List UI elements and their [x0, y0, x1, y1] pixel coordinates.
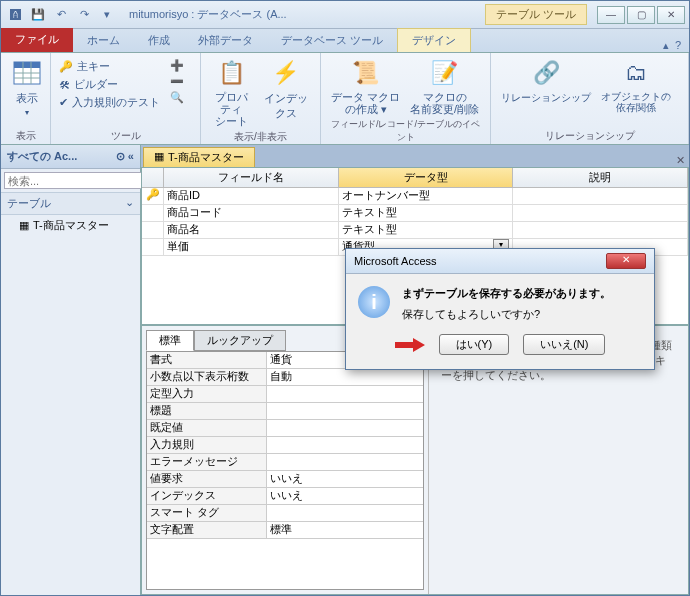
ribbon-minimize-icon[interactable]: ▴	[663, 39, 669, 52]
table-row[interactable]: 商品コード テキスト型	[142, 205, 688, 222]
svg-marker-6	[395, 338, 425, 352]
property-value[interactable]: 自動	[267, 369, 423, 385]
col-description[interactable]: 説明	[513, 168, 688, 187]
property-row[interactable]: 定型入力	[147, 386, 423, 403]
row-selector[interactable]	[142, 239, 164, 255]
dialog-body: i まずテーブルを保存する必要があります。 保存してもよろしいですか?	[346, 274, 654, 326]
property-name: スマート タグ	[147, 505, 267, 521]
ribbon-tab-strip: ファイル ホーム 作成 外部データ データベース ツール デザイン ▴ ?	[1, 29, 689, 53]
doc-tab-bar: ▦ T-商品マスター ✕	[141, 145, 689, 167]
property-value[interactable]: いいえ	[267, 471, 423, 487]
property-row[interactable]: 値要求いいえ	[147, 471, 423, 488]
macro-icon: 📜	[350, 57, 382, 89]
property-name: 小数点以下表示桁数	[147, 369, 267, 385]
key-icon: 🔑	[146, 188, 160, 200]
property-row[interactable]: 既定値	[147, 420, 423, 437]
doc-close-icon[interactable]: ✕	[676, 154, 689, 167]
dialog-buttons: はい(Y) いいえ(N)	[346, 326, 654, 369]
property-row[interactable]: 文字配置標準	[147, 522, 423, 539]
nav-group-tables[interactable]: テーブル ⌄	[1, 193, 140, 215]
col-fieldname[interactable]: フィールド名	[164, 168, 339, 187]
rename-macro-button[interactable]: 📝 マクロの 名前変更/削除	[406, 55, 483, 117]
tab-lookup[interactable]: ルックアップ	[194, 330, 286, 351]
redo-icon[interactable]: ↷	[74, 5, 94, 25]
delete-rows-icon[interactable]: ➖	[168, 74, 186, 89]
relationships-button[interactable]: 🔗 リレーションシップ	[497, 55, 595, 107]
property-value[interactable]	[267, 420, 423, 436]
property-name: 入力規則	[147, 437, 267, 453]
property-value[interactable]	[267, 403, 423, 419]
index-icon: ⚡	[270, 57, 302, 89]
tab-create[interactable]: 作成	[134, 29, 184, 52]
no-button[interactable]: いいえ(N)	[523, 334, 605, 355]
grid-header: フィールド名 データ型 説明	[142, 168, 688, 188]
dependencies-button[interactable]: 🗂 オブジェクトの 依存関係	[597, 55, 675, 115]
help-icon[interactable]: ?	[675, 39, 681, 52]
modify-lookups-icon[interactable]: 🔍	[168, 90, 186, 105]
property-row[interactable]: インデックスいいえ	[147, 488, 423, 505]
property-name: 文字配置	[147, 522, 267, 538]
property-value[interactable]	[267, 454, 423, 470]
tab-general[interactable]: 標準	[146, 330, 194, 351]
primary-key-button[interactable]: 🔑主キー	[57, 58, 162, 75]
file-tab[interactable]: ファイル	[1, 28, 73, 52]
property-value[interactable]: 標準	[267, 522, 423, 538]
contextual-tab-label: テーブル ツール	[485, 4, 587, 25]
save-icon[interactable]: 💾	[28, 5, 48, 25]
nav-item-table[interactable]: ▦ T-商品マスター	[1, 215, 140, 236]
rel-group-label: リレーションシップ	[497, 128, 682, 144]
title-bar: 🅰 💾 ↶ ↷ ▾ mitumorisyo : データベース (A... テーブ…	[1, 1, 689, 29]
rename-icon: 📝	[429, 57, 461, 89]
close-icon[interactable]: ✕	[606, 253, 646, 269]
property-value[interactable]	[267, 386, 423, 402]
minimize-button[interactable]: —	[597, 6, 625, 24]
insert-rows-icon[interactable]: ➕	[168, 58, 186, 73]
property-row[interactable]: 標題	[147, 403, 423, 420]
key-icon: 🔑	[59, 60, 73, 73]
row-selector[interactable]	[142, 222, 164, 238]
table-row[interactable]: 商品名 テキスト型	[142, 222, 688, 239]
property-table: 書式通貨小数点以下表示桁数自動定型入力標題既定値入力規則エラーメッセージ値要求い…	[146, 351, 424, 590]
datasheet-icon	[11, 57, 43, 89]
property-row[interactable]: エラーメッセージ	[147, 454, 423, 471]
property-row[interactable]: 小数点以下表示桁数自動	[147, 369, 423, 386]
row-selector[interactable]: 🔑	[142, 188, 164, 204]
col-datatype[interactable]: データ型	[339, 168, 514, 187]
showhide-group-label: 表示/非表示	[207, 129, 314, 145]
qat-dropdown-icon[interactable]: ▾	[97, 5, 117, 25]
property-value[interactable]	[267, 437, 423, 453]
tab-external[interactable]: 外部データ	[184, 29, 267, 52]
dialog-message-main: まずテーブルを保存する必要があります。	[402, 286, 611, 301]
property-row[interactable]: 入力規則	[147, 437, 423, 454]
builder-button[interactable]: 🛠ビルダー	[57, 76, 162, 93]
undo-icon[interactable]: ↶	[51, 5, 71, 25]
close-button[interactable]: ✕	[657, 6, 685, 24]
search-input[interactable]	[4, 172, 150, 189]
row-selector[interactable]	[142, 205, 164, 221]
table-row[interactable]: 🔑 商品ID オートナンバー型	[142, 188, 688, 205]
indexes-button[interactable]: ⚡ インデックス	[257, 55, 314, 123]
doc-tab[interactable]: ▦ T-商品マスター	[143, 147, 255, 167]
yes-button[interactable]: はい(Y)	[439, 334, 510, 355]
maximize-button[interactable]: ▢	[627, 6, 655, 24]
view-button[interactable]: 表示 ▾	[7, 55, 47, 119]
chevron-down-icon: ▾	[25, 108, 29, 117]
tab-dbtools[interactable]: データベース ツール	[267, 29, 397, 52]
property-name: 標題	[147, 403, 267, 419]
ribbon-help: ▴ ?	[663, 39, 689, 52]
property-icon: 📋	[215, 57, 247, 89]
table-icon: ▦	[19, 219, 29, 232]
view-group-label: 表示	[7, 128, 44, 144]
tab-design[interactable]: デザイン	[397, 28, 471, 52]
property-name: 既定値	[147, 420, 267, 436]
create-macro-button[interactable]: 📜 データ マクロ の作成 ▾	[327, 55, 404, 117]
tab-home[interactable]: ホーム	[73, 29, 134, 52]
property-value[interactable]	[267, 505, 423, 521]
validation-button[interactable]: ✔入力規則のテスト	[57, 94, 162, 111]
property-sheet-button[interactable]: 📋 プロパティ シート	[207, 55, 255, 129]
navigation-pane: すべての Ac... ⊙ « 🔍 テーブル ⌄ ▦ T-商品マスター	[1, 145, 141, 595]
property-name: 書式	[147, 352, 267, 368]
property-row[interactable]: スマート タグ	[147, 505, 423, 522]
nav-header[interactable]: すべての Ac... ⊙ «	[1, 145, 140, 169]
property-value[interactable]: いいえ	[267, 488, 423, 504]
